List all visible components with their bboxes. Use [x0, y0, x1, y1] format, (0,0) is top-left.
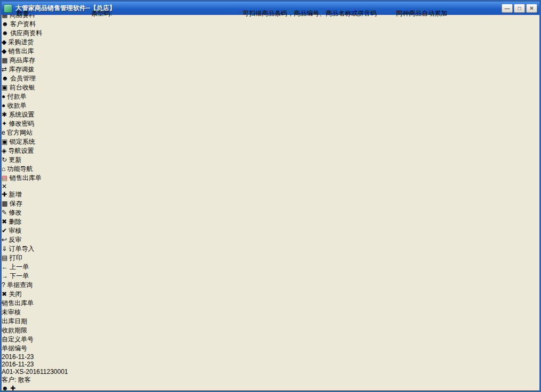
- tab-label: 销售出库单: [10, 174, 42, 182]
- customer-info-icon: ☻: [2, 20, 9, 28]
- app-window: 大管家商品销售管理软件--【总店】 — □ ✕ 基本信息 进货管理 销售管理 库…: [0, 0, 541, 392]
- tab-nav-home[interactable]: ⌂ 功能导航: [2, 165, 539, 174]
- main-toolbar-button[interactable]: ▣ 锁定系统: [2, 137, 539, 146]
- out-date-value[interactable]: 2016-11-23: [2, 353, 539, 361]
- toolbar-icon-glyph: ●: [2, 93, 5, 100]
- edit-icon: ✎: [2, 209, 7, 216]
- unaudit-icon: ↩: [2, 236, 7, 243]
- main-toolbar-label: 导航设置: [9, 147, 34, 154]
- main-toolbar-button[interactable]: ☻ 客户资料: [2, 20, 539, 29]
- minimize-button[interactable]: —: [502, 4, 513, 13]
- member-icon: ☻: [2, 75, 9, 82]
- doc-toolbar-icon-glyph: ✎: [2, 209, 7, 216]
- document-toolbar-button[interactable]: ✖ 删除: [2, 217, 539, 226]
- prev-doc-icon: ←: [2, 263, 8, 271]
- toolbar-icon-glyph: ✦: [2, 120, 7, 127]
- stock-transfer-icon: ⇄: [2, 66, 7, 73]
- main-toolbar-label: 供应商资料: [10, 29, 42, 37]
- barcode-hint: 可扫描商品条码，商品编号、商品名称或拼音码: [243, 9, 377, 18]
- document-toolbar-button[interactable]: ▦ 保存: [2, 199, 539, 208]
- due-date-value[interactable]: 2016-11-23: [2, 361, 539, 368]
- doc-toolbar-icon-glyph: ✖: [2, 290, 7, 298]
- sales-out-icon: ◆: [2, 47, 6, 55]
- customer-label: 客户:: [2, 376, 16, 383]
- sales-doc-icon: ▤: [2, 174, 7, 182]
- document-toolbar-button[interactable]: ✖ 关闭: [2, 290, 539, 299]
- main-toolbar-button[interactable]: ↻ 更新: [2, 156, 539, 165]
- close-doc-icon: ✖: [2, 290, 7, 298]
- add-icon: ✚: [2, 191, 7, 198]
- doc-toolbar-icon-glyph: ←: [2, 263, 8, 271]
- main-toolbar-button[interactable]: ✦ 修改密码: [2, 119, 539, 128]
- document-toolbar-button[interactable]: ⇓ 订单导入: [2, 244, 539, 254]
- accumulate-label: 同种商品自动累加: [396, 9, 447, 18]
- main-toolbar-label: 会员管理: [10, 75, 36, 82]
- custom-no-header: 自定义单号: [2, 335, 539, 344]
- doc-toolbar-icon-glyph: ?: [2, 281, 5, 289]
- document-toolbar-button[interactable]: → 下一单: [2, 272, 539, 281]
- doc-no-header: 单据编号: [2, 344, 539, 353]
- purchase-in-icon: ◆: [2, 38, 6, 46]
- doc-toolbar-icon-glyph: ↩: [2, 236, 7, 243]
- main-toolbar-label: 官方网站: [7, 129, 33, 136]
- document-toolbar-label: 订单导入: [9, 245, 34, 252]
- document-toolbar-button[interactable]: ← 上一单: [2, 263, 539, 272]
- toolbar-icon-glyph: e: [2, 129, 5, 136]
- app-icon: [4, 4, 12, 13]
- main-toolbar-label: 采购进货: [9, 38, 34, 46]
- main-toolbar-label: 商品库存: [10, 56, 35, 64]
- toolbar-icon-glyph: ▣: [2, 138, 7, 145]
- supplier-info-icon: ☻: [2, 29, 9, 37]
- system-settings-icon: ✱: [2, 111, 7, 118]
- document-toolbar: ✚ 新增 ▦ 保存 ✎ 修改 ✖ 删除: [2, 190, 539, 299]
- main-toolbar-button[interactable]: ● 收款单: [2, 101, 539, 110]
- document-toolbar-button[interactable]: ✚ 新增: [2, 190, 539, 199]
- toolbar-icon-glyph: ◆: [2, 47, 6, 55]
- main-toolbar-button[interactable]: ☻ 会员管理: [2, 74, 539, 83]
- close-button[interactable]: ✕: [526, 4, 537, 13]
- main-toolbar-label: 销售出库: [9, 47, 34, 55]
- payment-bill-icon: ●: [2, 93, 5, 100]
- toolbar-icon-glyph: ↻: [2, 156, 7, 164]
- main-toolbar-button[interactable]: ⇄ 库存调拨: [2, 65, 539, 74]
- tab-bar: ⌂ 功能导航 ▤ 销售出库单 ✕: [2, 165, 539, 190]
- toolbar-icon-glyph: ✱: [2, 111, 7, 118]
- document-toolbar-button[interactable]: ▤ 打印: [2, 254, 539, 263]
- save-icon: ▦: [2, 200, 7, 207]
- tab-sales-outbound[interactable]: ▤ 销售出库单: [2, 174, 539, 183]
- main-toolbar-button[interactable]: ◆ 采购进货: [2, 38, 539, 47]
- home-icon: ⌂: [2, 165, 5, 173]
- main-toolbar-button[interactable]: ◆ 销售出库: [2, 47, 539, 56]
- main-toolbar-label: 付款单: [7, 93, 27, 100]
- customer-lookup-button[interactable]: ☻: [2, 385, 9, 392]
- document-toolbar-label: 审核: [9, 227, 21, 234]
- toolbar-icon-glyph: ☻: [2, 75, 9, 82]
- main-toolbar-button[interactable]: ▣ 前台收银: [2, 83, 539, 92]
- main-toolbar-button[interactable]: ✱ 系统设置: [2, 110, 539, 119]
- document-toolbar-button[interactable]: ? 单据查询: [2, 281, 539, 290]
- document-toolbar-label: 单据查询: [7, 281, 33, 289]
- unaudited-stamp: 未审核: [2, 308, 539, 317]
- toolbar-icon-glyph: ⇄: [2, 66, 7, 73]
- customer-add-button[interactable]: ✚: [10, 385, 15, 392]
- main-toolbar-button[interactable]: ◈ 导航设置: [2, 146, 539, 156]
- document-toolbar-button[interactable]: ↩ 反审: [2, 235, 539, 244]
- maximize-button[interactable]: □: [514, 4, 525, 13]
- main-toolbar-button[interactable]: ☻ 供应商资料: [2, 29, 539, 38]
- customer-field[interactable]: 散客: [18, 376, 31, 383]
- main-toolbar-label: 系统设置: [9, 111, 34, 118]
- lock-system-icon: ▣: [2, 138, 7, 145]
- pos-cashier-icon: ▣: [2, 84, 7, 91]
- document-toolbar-button[interactable]: ✎ 修改: [2, 208, 539, 217]
- document-toolbar-button[interactable]: ✔ 审核: [2, 226, 539, 235]
- tab-close-button[interactable]: ✕: [2, 183, 7, 190]
- toolbar-icon-glyph: ◈: [2, 147, 6, 154]
- main-toolbar-button[interactable]: e 官方网站: [2, 128, 539, 137]
- main-toolbar-label: 锁定系统: [10, 138, 35, 145]
- barcode-label: 条型码:: [91, 9, 112, 18]
- doc-toolbar-icon-glyph: →: [2, 272, 8, 280]
- main-toolbar-button[interactable]: ● 付款单: [2, 92, 539, 101]
- change-password-icon: ✦: [2, 120, 7, 127]
- document-toolbar-label: 修改: [9, 209, 21, 216]
- main-toolbar-button[interactable]: ▦ 商品库存: [2, 56, 539, 65]
